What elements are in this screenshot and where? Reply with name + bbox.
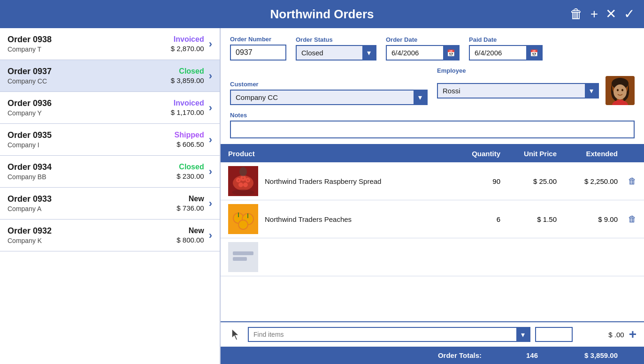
add-item-price-display: $ .00 [577,331,624,339]
order-status: Closed [176,163,204,171]
svg-point-14 [247,180,249,181]
order-date-input[interactable] [387,46,443,60]
totals-row: Order Totals: 146 $ 3,859.00 [221,347,644,364]
order-list-item[interactable]: Order 0935 Company I Shipped $ 606.50 › [0,124,220,156]
confirm-button[interactable]: ✓ [624,8,635,21]
order-status: Closed [171,67,204,76]
order-status: New [176,227,204,235]
order-date-label: Order Date [386,36,460,43]
order-right: Invoiced $ 1,170.00 [171,99,204,116]
order-detail: Order Number Order Status ▾ Order Date [221,28,644,364]
col-header-quantity: Quantity [453,150,500,158]
order-right: Shipped $ 606.50 [175,131,204,148]
product-extended-1: $ 9.00 [557,215,618,223]
product-unit-price-0: $ 25.00 [500,177,557,185]
add-order-button[interactable]: + [590,8,598,21]
employee-input[interactable] [438,84,585,98]
totals-quantity: 146 [491,351,538,359]
svg-point-16 [232,190,254,195]
order-list-item[interactable]: Order 0936 Company Y Invoiced $ 1,170.00… [0,92,220,124]
order-amount: $ 2,870.00 [171,45,204,53]
employee-label: Employee [437,67,635,74]
order-amount: $ 606.50 [175,140,204,148]
order-status-select-wrapper: ▾ [296,45,376,61]
notes-group: Notes [230,112,635,138]
order-list-item[interactable]: Order 0934 Company BB Closed $ 230.00 › [0,156,220,188]
order-right: New $ 800.00 [176,227,204,244]
product-delete-1[interactable]: 🗑 [618,214,636,224]
find-items-input[interactable] [249,328,516,341]
table-body: Northwind Traders Raspberry Spread 90 $ … [221,162,644,321]
order-right: New $ 736.00 [176,195,204,212]
product-thumbnail-unknown [228,242,258,272]
customer-input[interactable] [231,91,414,104]
order-info: Order 0935 Company I [8,130,175,149]
products-area: Product Quantity Unit Price Extended [221,145,644,364]
app-header: Northwind Orders 🗑 + ✕ ✓ [0,0,644,28]
customer-label: Customer [230,81,428,88]
delete-row-1-button[interactable]: 🗑 [628,214,636,224]
product-thumbnail-raspberry [228,166,258,196]
notes-label: Notes [230,112,635,119]
svg-point-4 [621,89,623,91]
order-status-dropdown-btn[interactable]: ▾ [362,46,376,60]
svg-point-15 [239,167,247,176]
paid-date-calendar-btn[interactable]: 📅 [526,46,542,60]
add-item-row: ▾ $ .00 + [221,321,644,347]
order-list-item[interactable]: Order 0933 Company A New $ 736.00 › [0,188,220,220]
order-status-group: Order Status ▾ [296,36,376,61]
close-button[interactable]: ✕ [606,8,616,21]
order-right: Invoiced $ 2,870.00 [171,35,204,53]
employee-group: Employee ▾ [437,67,635,105]
order-status: Shipped [175,131,204,139]
find-items-wrapper: ▾ [248,327,530,342]
order-list-item[interactable]: Order 0938 Company T Invoiced $ 2,870.00… [0,28,220,60]
order-list-item[interactable]: Order 0932 Company K New $ 800.00 › [0,220,220,251]
paid-date-input[interactable] [470,46,526,60]
product-delete-0[interactable]: 🗑 [618,176,636,186]
customer-dropdown-btn[interactable]: ▾ [414,91,427,104]
product-unit-price-1: $ 1.50 [500,215,557,223]
header-actions: 🗑 + ✕ ✓ [570,8,635,21]
notes-input[interactable] [230,121,635,138]
order-chevron-icon: › [209,166,212,178]
order-right: Closed $ 230.00 [176,163,204,180]
form-row-1: Order Number Order Status ▾ Order Date [230,36,635,61]
product-name-1: Northwind Traders Peaches [265,215,453,223]
order-info: Order 0938 Company T [8,35,171,53]
delete-row-0-button[interactable]: 🗑 [628,176,636,186]
order-date-group: Order Date 📅 [386,36,460,61]
svg-point-10 [238,182,243,187]
employee-dropdown-btn[interactable]: ▾ [585,84,598,98]
order-number: Order 0933 [8,194,176,204]
main-layout: Order 0938 Company T Invoiced $ 2,870.00… [0,28,644,364]
svg-point-12 [238,180,239,181]
find-items-dropdown-btn[interactable]: ▾ [516,328,529,341]
delete-button[interactable]: 🗑 [570,8,583,21]
order-company: Company I [8,141,175,149]
order-status: Invoiced [171,35,204,44]
order-amount: $ 736.00 [176,204,204,212]
order-company: Company Y [8,109,171,117]
order-right: Closed $ 3,859.00 [171,67,204,84]
order-number: Order 0935 [8,130,175,140]
order-status-input[interactable] [297,46,362,60]
employee-section: ▾ [437,76,635,105]
svg-rect-28 [233,257,247,261]
add-item-qty-input[interactable] [535,327,573,342]
order-info: Order 0932 Company K [8,226,176,244]
product-quantity-1: 6 [453,215,500,223]
order-amount: $ 800.00 [176,236,204,244]
add-item-button[interactable]: + [629,327,636,342]
order-date-calendar-btn[interactable]: 📅 [443,46,459,60]
order-list-item[interactable]: Order 0937 Company CC Closed $ 3,859.00 … [0,60,220,92]
order-amount: $ 230.00 [176,172,204,180]
order-status: Invoiced [171,99,204,107]
product-name-0: Northwind Traders Raspberry Spread [265,177,453,185]
totals-label: Order Totals: [228,351,491,359]
order-number: Order 0938 [8,35,171,45]
table-row: Northwind Traders Raspberry Spread 90 $ … [221,162,644,200]
order-status: New [176,195,204,203]
order-number-input[interactable] [230,45,286,61]
order-number-label: Order Number [230,36,286,43]
